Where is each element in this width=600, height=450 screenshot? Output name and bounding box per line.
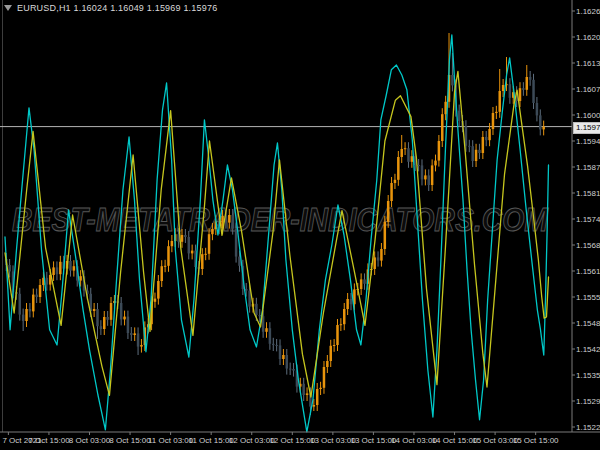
- price-axis-label: 1.15680: [576, 241, 600, 250]
- price-axis-label: 1.15355: [576, 371, 600, 380]
- price-axis-label: 1.15615: [576, 267, 600, 276]
- price-axis-label: 1.15225: [576, 423, 600, 432]
- symbol-ohlc-readout: EURUSD,H1 1.16024 1.16049 1.15969 1.1597…: [17, 3, 217, 13]
- price-axis-label: 1.16200: [576, 33, 600, 42]
- price-axis-label: 1.16005: [576, 111, 600, 120]
- chart-plot-area[interactable]: BEST-METATRADER-INDICATORS.COM: [0, 0, 600, 450]
- time-axis-label: 12 Oct 03:00: [229, 436, 275, 445]
- time-axis-label: 13 Oct 15:00: [351, 436, 397, 445]
- time-axis-label: 7 Oct 15:00: [28, 436, 69, 445]
- price-axis-label: 1.15420: [576, 345, 600, 354]
- price-axis-label: 1.15940: [576, 137, 600, 146]
- price-axis-label: 1.15745: [576, 215, 600, 224]
- time-axis-label: 15 Oct 15:00: [513, 436, 559, 445]
- time-axis-label: 8 Oct 15:00: [109, 436, 150, 445]
- price-axis-label: 1.15485: [576, 319, 600, 328]
- price-axis-label: 1.16070: [576, 85, 600, 94]
- time-axis-label: 14 Oct 15:00: [432, 436, 478, 445]
- bid-price-label: 1.15976: [573, 122, 600, 134]
- mt4-chart-window: BEST-METATRADER-INDICATORS.COM EURUSD,H1…: [0, 0, 600, 450]
- time-axis-label: 8 Oct 03:00: [69, 436, 110, 445]
- chart-title-bar: EURUSD,H1 1.16024 1.16049 1.15969 1.1597…: [4, 3, 217, 13]
- time-axis-label: 11 Oct 03:00: [148, 436, 193, 445]
- price-axis-label: 1.15875: [576, 163, 600, 172]
- price-axis-label: 1.16265: [576, 7, 600, 16]
- price-axis-label: 1.16135: [576, 59, 600, 68]
- time-axis-label: 12 Oct 15:00: [269, 436, 315, 445]
- watermark-text: BEST-METATRADER-INDICATORS.COM: [12, 200, 549, 238]
- time-axis-label: 14 Oct 03:00: [391, 436, 437, 445]
- price-axis-label: 1.15550: [576, 293, 600, 302]
- price-axis-label: 1.15810: [576, 189, 600, 198]
- time-axis-label: 11 Oct 15:00: [189, 436, 234, 445]
- time-axis-label: 13 Oct 03:00: [310, 436, 356, 445]
- chart-shift-triangle-icon: [4, 5, 12, 11]
- time-axis-label: 15 Oct 03:00: [472, 436, 518, 445]
- price-axis-label: 1.15290: [576, 397, 600, 406]
